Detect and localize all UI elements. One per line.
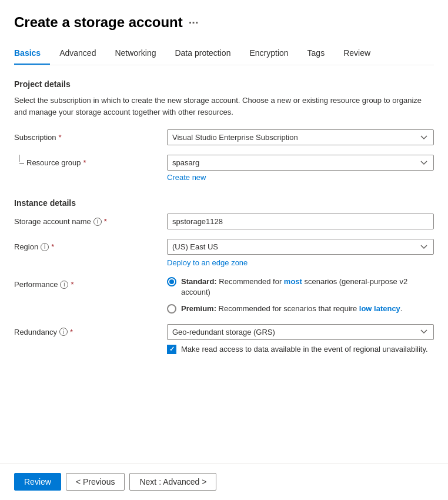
- read-access-checkbox[interactable]: ✓: [167, 345, 176, 354]
- redundancy-required: *: [70, 328, 73, 336]
- instance-details-section: Instance details Storage account name i …: [14, 198, 434, 354]
- performance-group: Performance i * Standard: Recommended fo…: [14, 276, 434, 315]
- review-button[interactable]: Review: [14, 473, 61, 491]
- redundancy-info-icon: i: [59, 328, 68, 336]
- tab-encryption[interactable]: Encryption: [240, 42, 297, 65]
- page-title-text: Create a storage account: [14, 14, 183, 31]
- tab-basics[interactable]: Basics: [14, 42, 50, 65]
- region-select[interactable]: (US) East US(US) East US 2(US) West US(U…: [167, 239, 434, 255]
- main-content: Project details Select the subscription …: [0, 65, 448, 463]
- resource-group-select[interactable]: spasarg: [167, 155, 434, 171]
- region-label: Region i *: [14, 239, 167, 251]
- tab-data-protection[interactable]: Data protection: [165, 42, 240, 65]
- tree-connector: Resource group *: [14, 155, 167, 170]
- region-required: *: [51, 242, 54, 251]
- create-new-link[interactable]: Create new: [167, 173, 206, 182]
- subscription-label: Subscription *: [14, 129, 167, 142]
- performance-standard-label: Standard: Recommended for most scenarios…: [181, 276, 434, 298]
- checkbox-check-icon: ✓: [169, 345, 175, 353]
- redundancy-select[interactable]: Geo-redundant storage (GRS)Locally-redun…: [167, 324, 434, 340]
- performance-standard-radio[interactable]: [167, 277, 176, 286]
- page-header: Create a storage account ··· Basics Adva…: [0, 0, 448, 65]
- subscription-group: Subscription * Visual Studio Enterprise …: [14, 129, 434, 145]
- redundancy-group: Redundancy i * Geo-redundant storage (GR…: [14, 324, 434, 354]
- project-details-title: Project details: [14, 79, 434, 89]
- deploy-edge-zone-link[interactable]: Deploy to an edge zone: [167, 258, 248, 267]
- tab-advanced[interactable]: Advanced: [50, 42, 105, 65]
- previous-button[interactable]: < Previous: [66, 473, 125, 491]
- storage-name-required: *: [104, 217, 107, 226]
- tab-tags[interactable]: Tags: [298, 42, 335, 65]
- storage-account-name-label: Storage account name i *: [14, 214, 167, 226]
- tab-nav: Basics Advanced Networking Data protecti…: [14, 42, 434, 65]
- read-access-label: Make read access to data available in th…: [181, 345, 428, 354]
- project-details-section: Project details Select the subscription …: [14, 79, 434, 182]
- performance-info-icon: i: [60, 281, 68, 289]
- region-control-wrap: (US) East US(US) East US 2(US) West US(U…: [167, 239, 434, 267]
- read-access-row: ✓ Make read access to data available in …: [167, 345, 434, 354]
- page-title: Create a storage account ···: [14, 14, 434, 31]
- redundancy-control-wrap: Geo-redundant storage (GRS)Locally-redun…: [167, 324, 434, 354]
- subscription-select[interactable]: Visual Studio Enterprise Subscription: [167, 129, 434, 145]
- next-button[interactable]: Next : Advanced >: [129, 473, 216, 491]
- resource-group-group: Resource group * spasarg Create new: [14, 155, 434, 182]
- performance-options-wrap: Standard: Recommended for most scenarios…: [167, 276, 434, 315]
- storage-account-name-group: Storage account name i *: [14, 214, 434, 229]
- page-footer: Review < Previous Next : Advanced >: [0, 463, 448, 500]
- storage-account-name-wrap: [167, 214, 434, 229]
- instance-details-title: Instance details: [14, 198, 434, 208]
- performance-radio-group: Standard: Recommended for most scenarios…: [167, 276, 434, 315]
- performance-standard-option[interactable]: Standard: Recommended for most scenarios…: [167, 276, 434, 298]
- resource-group-label: Resource group *: [26, 155, 86, 167]
- performance-premium-option[interactable]: Premium: Recommended for scenarios that …: [167, 304, 434, 314]
- project-details-description: Select the subscription in which to crea…: [14, 95, 434, 118]
- tab-networking[interactable]: Networking: [105, 42, 165, 65]
- region-group: Region i * (US) East US(US) East US 2(US…: [14, 239, 434, 267]
- storage-name-info-icon: i: [93, 218, 102, 226]
- page-title-dots: ···: [189, 16, 199, 29]
- redundancy-label: Redundancy i *: [14, 324, 167, 336]
- performance-label: Performance i *: [14, 276, 167, 289]
- region-info-icon: i: [41, 243, 49, 251]
- performance-required: *: [71, 280, 73, 289]
- tab-review[interactable]: Review: [334, 42, 380, 65]
- subscription-control-wrap: Visual Studio Enterprise Subscription: [167, 129, 434, 145]
- performance-premium-radio[interactable]: [167, 304, 176, 314]
- page-container: Create a storage account ··· Basics Adva…: [0, 0, 448, 500]
- subscription-required: *: [59, 133, 62, 142]
- storage-account-name-input[interactable]: [167, 214, 434, 229]
- resource-group-control-wrap: spasarg Create new: [167, 155, 434, 182]
- performance-premium-label: Premium: Recommended for scenarios that …: [181, 304, 402, 314]
